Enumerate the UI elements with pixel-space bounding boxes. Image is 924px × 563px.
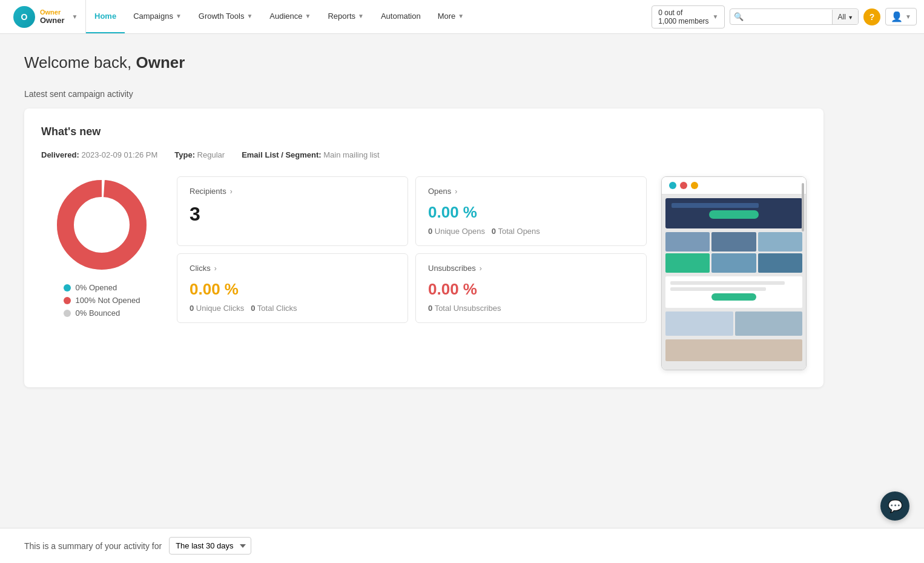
navbar: O Owner Owner ▼ Home Campaigns ▼ Growth …: [0, 0, 924, 34]
type-label: Type: Regular: [174, 150, 225, 159]
campaigns-chevron-icon: ▼: [176, 13, 182, 19]
nav-item-more[interactable]: More ▼: [429, 0, 473, 33]
clicks-arrow-icon: ›: [214, 264, 217, 273]
donut-chart: [53, 176, 150, 273]
user-menu-button[interactable]: 👤 ▼: [885, 8, 917, 25]
legend-bounced: 0% Bounced: [64, 308, 140, 318]
audience-chevron-icon: ▼: [305, 13, 311, 19]
nav-items: Home Campaigns ▼ Growth Tools ▼ Audience…: [86, 0, 652, 33]
delivered-label: Delivered: 2023-02-09 01:26 PM: [41, 150, 157, 159]
stat-box-recipients: Recipients › 3: [177, 176, 408, 246]
legend-dot-not-opened: [64, 297, 71, 304]
unsubscribes-percent: 0.00 %: [428, 280, 634, 299]
clicks-title[interactable]: Clicks ›: [190, 264, 395, 273]
members-count: 0 out of 1,000 members: [658, 8, 708, 25]
recipients-value: 3: [190, 203, 395, 225]
legend-dot-bounced: [64, 310, 71, 317]
preview-block-header: [665, 198, 802, 228]
nav-item-audience[interactable]: Audience ▼: [261, 0, 319, 33]
preview-titlebar: [662, 177, 806, 195]
chart-legend: 0% Opened 100% Not Opened 0% Bounced: [64, 283, 140, 318]
search-filter-dropdown[interactable]: All ▼: [832, 10, 858, 24]
email-preview: [661, 176, 807, 370]
unsubscribes-arrow-icon: ›: [480, 264, 482, 273]
preview-text-block: [665, 276, 802, 308]
card-title: What's new: [41, 125, 807, 138]
legend-opened: 0% Opened: [64, 283, 140, 292]
stat-box-unsubscribes: Unsubscribes › 0.00 % 0 Total Unsubscrib…: [415, 253, 647, 323]
more-chevron-icon: ▼: [458, 13, 464, 19]
preview-dot-yellow: [691, 182, 698, 189]
reports-chevron-icon: ▼: [358, 13, 364, 19]
stat-box-clicks: Clicks › 0.00 % 0 Unique Clicks 0 Total …: [177, 253, 408, 323]
nav-item-reports[interactable]: Reports ▼: [319, 0, 372, 33]
preview-dot-red: [680, 182, 687, 189]
section-label: Latest sent campaign activity: [24, 89, 823, 99]
welcome-title: Welcome back, Owner: [24, 53, 823, 72]
preview-image-grid2: [665, 311, 802, 336]
donut-section: 0% Opened 100% Not Opened 0% Bounced: [41, 176, 162, 318]
growth-tools-chevron-icon: ▼: [246, 13, 252, 19]
brand-logo: O: [13, 6, 35, 28]
opens-arrow-icon: ›: [455, 187, 457, 196]
main-content: Welcome back, Owner Latest sent campaign…: [0, 34, 848, 407]
legend-dot-opened: [64, 284, 71, 291]
opens-sub: 0 Unique Opens 0 Total Opens: [428, 227, 634, 236]
brand[interactable]: O Owner Owner ▼: [7, 0, 86, 33]
search-icon: 🔍: [730, 9, 747, 24]
filter-chevron-icon: ▼: [848, 15, 853, 21]
nav-item-campaigns[interactable]: Campaigns ▼: [125, 0, 190, 33]
card-meta: Delivered: 2023-02-09 01:26 PM Type: Reg…: [41, 150, 807, 159]
clicks-sub: 0 Unique Clicks 0 Total Clicks: [190, 304, 395, 313]
email-list-label: Email List / Segment: Main mailing list: [242, 150, 380, 159]
nav-item-home[interactable]: Home: [86, 0, 125, 33]
search-box: 🔍 All ▼: [730, 8, 859, 25]
nav-item-automation[interactable]: Automation: [372, 0, 429, 33]
preview-image-grid: [665, 232, 802, 273]
preview-footer-block: [665, 339, 802, 361]
opens-title[interactable]: Opens ›: [428, 187, 634, 196]
preview-dot-blue: [669, 182, 676, 189]
unsubscribes-sub: 0 Total Unsubscribes: [428, 304, 634, 313]
opens-percent: 0.00 %: [428, 203, 634, 222]
recipients-title[interactable]: Recipients ›: [190, 187, 395, 196]
nav-item-growth-tools[interactable]: Growth Tools ▼: [190, 0, 262, 33]
clicks-percent: 0.00 %: [190, 280, 395, 299]
brand-chevron-icon: ▼: [71, 13, 78, 20]
brand-owner-label: Owner: [40, 8, 64, 16]
svg-point-1: [65, 188, 138, 261]
brand-owner-name: Owner: [40, 16, 64, 25]
campaign-card: What's new Delivered: 2023-02-09 01:26 P…: [24, 108, 823, 387]
legend-not-opened: 100% Not Opened: [64, 296, 140, 305]
search-input[interactable]: [747, 10, 832, 24]
stat-box-opens: Opens › 0.00 % 0 Unique Opens 0 Total Op…: [415, 176, 647, 246]
user-chevron-icon: ▼: [905, 13, 911, 20]
help-button[interactable]: ?: [863, 8, 880, 25]
brand-text: Owner Owner: [40, 8, 64, 25]
members-badge[interactable]: 0 out of 1,000 members ▼: [652, 5, 725, 28]
nav-right: 0 out of 1,000 members ▼ 🔍 All ▼ ? 👤 ▼: [652, 5, 917, 28]
user-icon: 👤: [891, 11, 903, 22]
recipients-arrow-icon: ›: [230, 187, 233, 196]
stats-layout: 0% Opened 100% Not Opened 0% Bounced: [41, 176, 807, 370]
members-chevron-icon: ▼: [713, 13, 719, 20]
preview-body: [662, 195, 806, 370]
preview-scrollbar[interactable]: [802, 183, 804, 232]
stats-grid: Recipients › 3 Opens › 0.00 % 0 Unique O…: [177, 176, 647, 323]
unsubscribes-title[interactable]: Unsubscribes ›: [428, 264, 634, 273]
